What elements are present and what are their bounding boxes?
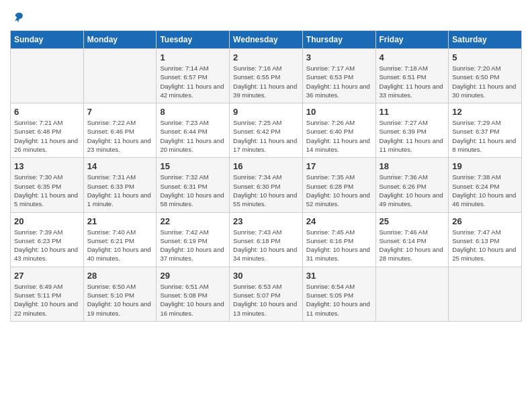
day-info: Sunrise: 7:26 AM Sunset: 6:40 PM Dayligh… — [306, 118, 372, 154]
day-number: 10 — [306, 107, 372, 117]
calendar-table: SundayMondayTuesdayWednesdayThursdayFrid… — [10, 30, 522, 322]
day-info: Sunrise: 7:46 AM Sunset: 6:14 PM Dayligh… — [380, 228, 445, 263]
day-info: Sunrise: 7:40 AM Sunset: 6:21 PM Dayligh… — [87, 228, 153, 263]
calendar-cell: 1Sunrise: 7:14 AM Sunset: 6:57 PM Daylig… — [157, 49, 230, 103]
calendar-header-row: SundayMondayTuesdayWednesdayThursdayFrid… — [11, 31, 522, 49]
day-info: Sunrise: 7:31 AM Sunset: 6:33 PM Dayligh… — [87, 173, 153, 208]
calendar-cell — [11, 49, 84, 103]
day-number: 15 — [160, 161, 226, 171]
day-number: 26 — [452, 216, 518, 226]
calendar-cell: 11Sunrise: 7:27 AM Sunset: 6:39 PM Dayli… — [375, 103, 449, 158]
calendar-cell: 22Sunrise: 7:42 AM Sunset: 6:19 PM Dayli… — [157, 212, 230, 267]
calendar-header-wednesday: Wednesday — [230, 31, 303, 49]
day-number: 18 — [380, 161, 445, 171]
calendar-cell: 29Sunrise: 6:51 AM Sunset: 5:08 PM Dayli… — [157, 267, 230, 321]
day-number: 6 — [14, 107, 80, 117]
page-header — [10, 10, 522, 24]
calendar-cell: 25Sunrise: 7:46 AM Sunset: 6:14 PM Dayli… — [375, 212, 449, 267]
day-info: Sunrise: 7:39 AM Sunset: 6:23 PM Dayligh… — [14, 228, 80, 263]
calendar-header-friday: Friday — [375, 31, 449, 49]
calendar-cell: 23Sunrise: 7:43 AM Sunset: 6:18 PM Dayli… — [230, 212, 303, 267]
day-info: Sunrise: 7:18 AM Sunset: 6:51 PM Dayligh… — [380, 64, 445, 99]
day-number: 16 — [233, 161, 299, 171]
calendar-header-thursday: Thursday — [302, 31, 375, 49]
day-number: 11 — [380, 107, 445, 117]
day-info: Sunrise: 7:25 AM Sunset: 6:42 PM Dayligh… — [233, 118, 299, 154]
day-number: 21 — [87, 216, 153, 226]
calendar-header-monday: Monday — [83, 31, 157, 49]
day-number: 17 — [306, 161, 372, 171]
day-number: 8 — [160, 107, 226, 117]
calendar-cell: 16Sunrise: 7:34 AM Sunset: 6:30 PM Dayli… — [230, 158, 303, 212]
calendar-cell: 3Sunrise: 7:17 AM Sunset: 6:53 PM Daylig… — [302, 49, 375, 103]
day-info: Sunrise: 7:38 AM Sunset: 6:24 PM Dayligh… — [452, 173, 518, 208]
day-number: 20 — [14, 216, 80, 226]
day-info: Sunrise: 7:17 AM Sunset: 6:53 PM Dayligh… — [306, 64, 372, 99]
calendar-cell: 15Sunrise: 7:32 AM Sunset: 6:31 PM Dayli… — [157, 158, 230, 212]
calendar-cell: 30Sunrise: 6:53 AM Sunset: 5:07 PM Dayli… — [230, 267, 303, 321]
calendar-cell: 4Sunrise: 7:18 AM Sunset: 6:51 PM Daylig… — [375, 49, 449, 103]
day-info: Sunrise: 7:36 AM Sunset: 6:26 PM Dayligh… — [380, 173, 445, 208]
day-number: 22 — [160, 216, 226, 226]
day-number: 25 — [380, 216, 445, 226]
calendar-cell: 14Sunrise: 7:31 AM Sunset: 6:33 PM Dayli… — [83, 158, 157, 212]
calendar-cell: 18Sunrise: 7:36 AM Sunset: 6:26 PM Dayli… — [375, 158, 449, 212]
calendar-cell: 12Sunrise: 7:29 AM Sunset: 6:37 PM Dayli… — [449, 103, 522, 158]
day-info: Sunrise: 7:43 AM Sunset: 6:18 PM Dayligh… — [233, 228, 299, 263]
day-info: Sunrise: 7:35 AM Sunset: 6:28 PM Dayligh… — [306, 173, 372, 208]
day-info: Sunrise: 7:21 AM Sunset: 6:48 PM Dayligh… — [14, 118, 80, 154]
calendar-cell: 31Sunrise: 6:54 AM Sunset: 5:05 PM Dayli… — [302, 267, 375, 321]
calendar-week-row: 1Sunrise: 7:14 AM Sunset: 6:57 PM Daylig… — [11, 49, 522, 103]
calendar-cell: 24Sunrise: 7:45 AM Sunset: 6:16 PM Dayli… — [302, 212, 375, 267]
day-number: 3 — [306, 52, 372, 62]
calendar-cell — [449, 267, 522, 321]
day-number: 31 — [306, 271, 372, 281]
calendar-cell: 5Sunrise: 7:20 AM Sunset: 6:50 PM Daylig… — [449, 49, 522, 103]
day-number: 29 — [160, 271, 226, 281]
day-number: 19 — [452, 161, 518, 171]
calendar-week-row: 27Sunrise: 6:49 AM Sunset: 5:11 PM Dayli… — [11, 267, 522, 321]
day-info: Sunrise: 7:14 AM Sunset: 6:57 PM Dayligh… — [160, 64, 226, 99]
day-number: 5 — [452, 52, 518, 62]
day-number: 24 — [306, 216, 372, 226]
day-number: 28 — [87, 271, 153, 281]
day-number: 4 — [380, 52, 445, 62]
day-info: Sunrise: 7:45 AM Sunset: 6:16 PM Dayligh… — [306, 228, 372, 263]
calendar-cell: 10Sunrise: 7:26 AM Sunset: 6:40 PM Dayli… — [302, 103, 375, 158]
day-info: Sunrise: 6:54 AM Sunset: 5:05 PM Dayligh… — [306, 282, 372, 318]
day-number: 27 — [14, 271, 80, 281]
calendar-cell: 13Sunrise: 7:30 AM Sunset: 6:35 PM Dayli… — [11, 158, 84, 212]
calendar-cell: 27Sunrise: 6:49 AM Sunset: 5:11 PM Dayli… — [11, 267, 84, 321]
calendar-week-row: 20Sunrise: 7:39 AM Sunset: 6:23 PM Dayli… — [11, 212, 522, 267]
calendar-cell: 28Sunrise: 6:50 AM Sunset: 5:10 PM Dayli… — [83, 267, 157, 321]
day-number: 7 — [87, 107, 153, 117]
day-info: Sunrise: 7:16 AM Sunset: 6:55 PM Dayligh… — [233, 64, 299, 99]
day-number: 14 — [87, 161, 153, 171]
logo — [10, 10, 25, 24]
day-number: 9 — [233, 107, 299, 117]
calendar-cell: 6Sunrise: 7:21 AM Sunset: 6:48 PM Daylig… — [11, 103, 84, 158]
calendar-week-row: 13Sunrise: 7:30 AM Sunset: 6:35 PM Dayli… — [11, 158, 522, 212]
day-info: Sunrise: 7:32 AM Sunset: 6:31 PM Dayligh… — [160, 173, 226, 208]
day-number: 12 — [452, 107, 518, 117]
day-info: Sunrise: 7:42 AM Sunset: 6:19 PM Dayligh… — [160, 228, 226, 263]
day-info: Sunrise: 7:34 AM Sunset: 6:30 PM Dayligh… — [233, 173, 299, 208]
day-info: Sunrise: 7:47 AM Sunset: 6:13 PM Dayligh… — [452, 228, 518, 263]
day-info: Sunrise: 6:50 AM Sunset: 5:10 PM Dayligh… — [87, 282, 153, 318]
calendar-cell: 26Sunrise: 7:47 AM Sunset: 6:13 PM Dayli… — [449, 212, 522, 267]
day-number: 23 — [233, 216, 299, 226]
calendar-cell: 9Sunrise: 7:25 AM Sunset: 6:42 PM Daylig… — [230, 103, 303, 158]
day-info: Sunrise: 6:51 AM Sunset: 5:08 PM Dayligh… — [160, 282, 226, 318]
calendar-cell: 2Sunrise: 7:16 AM Sunset: 6:55 PM Daylig… — [230, 49, 303, 103]
day-number: 2 — [233, 52, 299, 62]
logo-bird-icon — [11, 10, 25, 24]
calendar-cell: 20Sunrise: 7:39 AM Sunset: 6:23 PM Dayli… — [11, 212, 84, 267]
calendar-header-tuesday: Tuesday — [157, 31, 230, 49]
calendar-header-sunday: Sunday — [11, 31, 84, 49]
day-info: Sunrise: 7:27 AM Sunset: 6:39 PM Dayligh… — [380, 118, 445, 154]
day-info: Sunrise: 7:30 AM Sunset: 6:35 PM Dayligh… — [14, 173, 80, 208]
calendar-cell: 21Sunrise: 7:40 AM Sunset: 6:21 PM Dayli… — [83, 212, 157, 267]
calendar-cell: 7Sunrise: 7:22 AM Sunset: 6:46 PM Daylig… — [83, 103, 157, 158]
day-number: 13 — [14, 161, 80, 171]
calendar-cell: 8Sunrise: 7:23 AM Sunset: 6:44 PM Daylig… — [157, 103, 230, 158]
